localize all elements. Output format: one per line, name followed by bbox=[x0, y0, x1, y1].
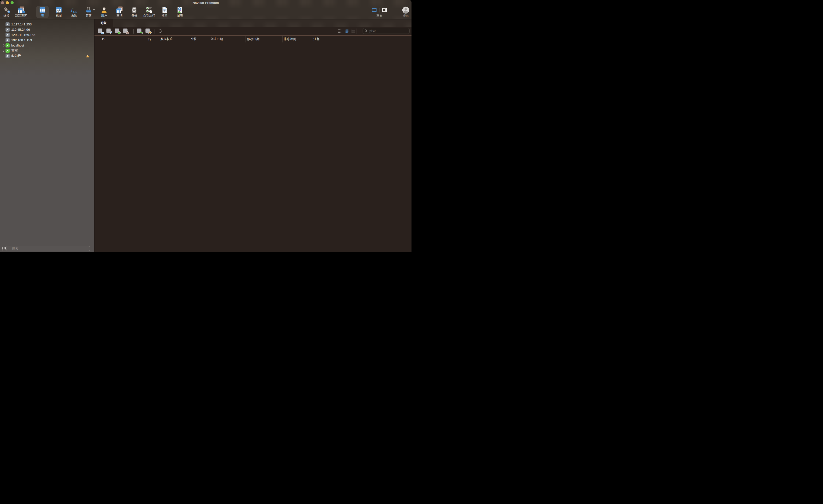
toolbar-login-button[interactable]: 登录 bbox=[402, 6, 409, 17]
open-table-icon bbox=[101, 31, 104, 34]
warning-icon bbox=[86, 54, 90, 57]
user-icon bbox=[101, 6, 108, 14]
new-query-tables-icon bbox=[17, 6, 25, 14]
object-search-input[interactable] bbox=[363, 28, 409, 34]
connection-row-4[interactable]: 192.168.1.153 bbox=[0, 37, 94, 43]
column-header-name[interactable]: 名 bbox=[95, 36, 147, 42]
toolbar-view-group: 查看 bbox=[372, 6, 387, 17]
chart-icon bbox=[176, 6, 183, 14]
toolbar-new-query-button[interactable]: 新建查询 bbox=[15, 6, 27, 17]
navicat-window: Navicat Premium 连接 新建查询 表 bbox=[0, 0, 412, 252]
design-table-button[interactable] bbox=[106, 28, 112, 34]
connection-row-2[interactable]: 119.45.24.96 bbox=[0, 27, 94, 32]
tab-objects[interactable]: 对象 bbox=[95, 19, 113, 27]
toggle-left-pane-button[interactable] bbox=[372, 8, 377, 12]
view-table-binoculars-icon bbox=[55, 6, 62, 14]
view-group-divider bbox=[379, 8, 380, 12]
query-tables-icon bbox=[115, 6, 124, 14]
connection-row-1[interactable]: 1.117.141.253 bbox=[0, 22, 94, 27]
model-icon bbox=[161, 6, 168, 14]
new-table-icon bbox=[118, 31, 121, 34]
sidebar-bottom-bar bbox=[0, 245, 94, 252]
connection-filter-icon[interactable] bbox=[1, 246, 4, 250]
object-toolbar bbox=[95, 27, 412, 35]
mysql-connection-icon bbox=[6, 38, 10, 42]
export-wizard-button[interactable] bbox=[145, 28, 151, 34]
automation-icon bbox=[146, 6, 153, 14]
toolbar-others-button[interactable]: 其它 bbox=[85, 6, 92, 17]
backup-icon bbox=[131, 6, 138, 14]
expand-chevron-icon[interactable] bbox=[2, 44, 6, 47]
icon-view-button[interactable] bbox=[338, 29, 342, 33]
connection-row-3[interactable]: 129.211.169.155 bbox=[0, 32, 94, 37]
toolbar-tables-button[interactable]: 表 bbox=[39, 6, 46, 17]
column-header-rows[interactable]: 行 bbox=[147, 36, 159, 42]
object-list-empty-area[interactable] bbox=[95, 42, 412, 252]
delete-table-button[interactable] bbox=[123, 28, 129, 34]
open-table-button[interactable] bbox=[98, 28, 103, 34]
column-header-modified-date[interactable]: 修改日期 bbox=[246, 36, 283, 42]
mysql-connection-icon bbox=[6, 28, 10, 32]
expand-chevron-icon[interactable] bbox=[2, 49, 6, 52]
object-table-header: 名 行 数据长度 引擎 创建日期 修改日期 排序规则 注释 bbox=[95, 35, 412, 43]
sidebar-search-input[interactable] bbox=[5, 246, 90, 251]
mysql-connection-open-icon bbox=[6, 49, 10, 53]
toolbar-model-button[interactable]: 模型 bbox=[161, 6, 168, 17]
column-header-filler bbox=[393, 36, 412, 42]
others-toolbox-icon bbox=[85, 6, 92, 14]
toolbar-divider bbox=[133, 29, 134, 34]
avatar bbox=[402, 6, 409, 14]
design-table-icon bbox=[109, 31, 113, 34]
toolbar-users-button[interactable]: 用户 bbox=[101, 6, 108, 17]
column-header-created-date[interactable]: 创建日期 bbox=[209, 36, 246, 42]
toolbar-connection-button[interactable]: 连接 bbox=[3, 6, 10, 17]
mysql-connection-icon bbox=[6, 54, 10, 58]
column-header-collation[interactable]: 排序规则 bbox=[283, 36, 312, 42]
toolbar-views-button[interactable]: 视图 bbox=[55, 6, 62, 17]
connection-row-6[interactable]: 亦澄 bbox=[0, 48, 94, 53]
refresh-button[interactable] bbox=[157, 28, 163, 34]
column-header-engine[interactable]: 引擎 bbox=[189, 36, 209, 42]
toolbar-query-button[interactable]: 查询 bbox=[115, 6, 124, 17]
title-toolbar: Navicat Premium 连接 新建查询 表 bbox=[0, 0, 412, 19]
connection-row-7[interactable]: 华为云 bbox=[0, 53, 94, 58]
mysql-connection-icon bbox=[6, 22, 10, 26]
new-table-button[interactable] bbox=[114, 28, 120, 34]
connection-sidebar: 1.117.141.253 119.45.24.96 129.211.169.1… bbox=[0, 19, 95, 252]
tab-strip: 对象 bbox=[95, 19, 412, 27]
column-header-comment[interactable]: 注释 bbox=[312, 36, 393, 42]
refresh-icon bbox=[158, 29, 163, 33]
list-view-button[interactable] bbox=[344, 29, 348, 33]
chevron-down-icon bbox=[93, 9, 95, 11]
detail-view-button[interactable] bbox=[351, 29, 355, 33]
connection-list: 1.117.141.253 119.45.24.96 129.211.169.1… bbox=[0, 19, 94, 58]
import-wizard-icon bbox=[140, 31, 143, 34]
function-fx-icon bbox=[70, 6, 78, 14]
connection-row-5[interactable]: localhost bbox=[0, 43, 94, 48]
delete-table-icon bbox=[126, 31, 129, 34]
mysql-connection-icon bbox=[6, 33, 10, 37]
toolbar-functions-button[interactable]: 函数 bbox=[70, 6, 78, 17]
toggle-right-pane-button[interactable] bbox=[382, 8, 387, 12]
toolbar-automation-button[interactable]: 自动运行 bbox=[143, 6, 155, 17]
toolbar-chart-button[interactable]: 图表 bbox=[176, 6, 183, 17]
main-panel: 对象 bbox=[95, 19, 412, 252]
import-wizard-button[interactable] bbox=[137, 28, 142, 34]
table-icon bbox=[39, 6, 46, 14]
window-title: Navicat Premium bbox=[0, 1, 412, 5]
toolbar-backup-button[interactable]: 备份 bbox=[131, 6, 138, 17]
mysql-connection-open-icon bbox=[6, 43, 10, 47]
connection-plug-icon bbox=[3, 6, 10, 14]
view-mode-toggles bbox=[338, 27, 357, 35]
export-wizard-icon bbox=[148, 31, 152, 34]
column-header-data-length[interactable]: 数据长度 bbox=[159, 36, 189, 42]
